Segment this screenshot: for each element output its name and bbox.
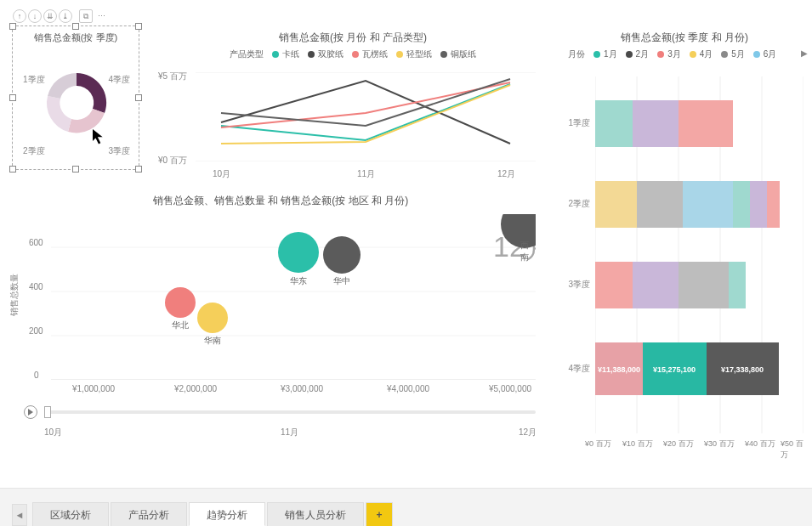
- bubble-point[interactable]: [165, 287, 196, 318]
- visual-toolbar: ↑ ↓ ⇊ ⤓ ⧉ ⋯: [13, 9, 108, 23]
- tab-trend[interactable]: 趋势分析: [189, 502, 265, 526]
- play-axis[interactable]: [24, 405, 542, 419]
- legend-item[interactable]: 1月: [593, 48, 617, 60]
- tab-region[interactable]: 区域分析: [32, 502, 109, 526]
- y-tick: ¥0 百万: [158, 155, 187, 167]
- resize-handle[interactable]: [72, 23, 79, 30]
- donut-slice-q1[interactable]: [48, 73, 77, 99]
- x-tick: ¥2,000,000: [174, 384, 217, 393]
- resize-handle[interactable]: [135, 94, 142, 101]
- legend-scroll-icon[interactable]: ▶: [801, 48, 808, 60]
- donut-label-q3: 3季度: [108, 145, 130, 157]
- timeline-tick: 12月: [519, 427, 537, 438]
- y-tick: ¥5 百万: [158, 71, 187, 82]
- timeline-tick: 11月: [281, 427, 298, 438]
- play-button[interactable]: [24, 405, 37, 419]
- resize-handle[interactable]: [9, 23, 16, 30]
- x-tick: ¥5,000,000: [489, 384, 531, 393]
- x-tick: ¥20 百万: [663, 438, 694, 450]
- svg-rect-14: [679, 100, 733, 147]
- more-options-icon[interactable]: ⋯: [94, 9, 108, 23]
- resize-handle[interactable]: [135, 166, 142, 173]
- svg-rect-13: [633, 100, 679, 147]
- svg-rect-16: [637, 181, 683, 228]
- x-tick: ¥50 百万: [781, 438, 808, 461]
- legend-item[interactable]: 5月: [721, 48, 745, 60]
- bar-row-3[interactable]: [595, 262, 746, 308]
- legend-item[interactable]: 轻型纸: [396, 48, 432, 60]
- x-tick: ¥4,000,000: [387, 384, 429, 393]
- x-tick: 11月: [357, 168, 375, 180]
- line-series[interactable]: [221, 82, 510, 127]
- play-thumb[interactable]: [44, 406, 51, 418]
- bar-row-2[interactable]: [595, 181, 780, 228]
- legend-item[interactable]: 铜版纸: [440, 48, 476, 60]
- report-canvas[interactable]: ↑ ↓ ⇊ ⤓ ⧉ ⋯ 销售总金额(按 季度) 1季度 4季度 2季: [0, 0, 812, 488]
- donut-visual[interactable]: ↑ ↓ ⇊ ⤓ ⧉ ⋯ 销售总金额(按 季度) 1季度 4季度 2季: [12, 25, 139, 170]
- legend-item[interactable]: 6月: [753, 48, 777, 60]
- legend-item[interactable]: 2月: [626, 48, 650, 60]
- resize-handle[interactable]: [9, 94, 16, 101]
- donut-title: 销售总金额(按 季度): [13, 31, 139, 44]
- svg-rect-24: [729, 262, 746, 308]
- resize-handle[interactable]: [135, 23, 142, 30]
- donut-label-q2: 2季度: [23, 145, 45, 157]
- y-tick: 0: [34, 370, 39, 380]
- x-tick: ¥1,000,000: [72, 384, 115, 393]
- bubble-point[interactable]: [323, 236, 361, 274]
- line-plot[interactable]: [196, 72, 536, 161]
- resize-handle[interactable]: [9, 166, 16, 173]
- donut-slice-q4[interactable]: [77, 73, 106, 113]
- legend-item[interactable]: 瓦楞纸: [352, 48, 388, 60]
- bubble-label: 华中: [333, 275, 350, 287]
- drill-down-icon[interactable]: ↓: [28, 9, 42, 23]
- line-title: 销售总金额(按 月份 和 产品类型): [153, 31, 553, 45]
- drill-up-icon[interactable]: ↑: [13, 9, 26, 23]
- donut-chart[interactable]: [13, 48, 140, 150]
- donut-label-q1: 1季度: [23, 74, 45, 86]
- expand-next-icon[interactable]: ⇊: [43, 9, 57, 23]
- tab-add[interactable]: +: [366, 502, 393, 526]
- focus-mode-icon[interactable]: ⧉: [79, 9, 93, 23]
- line-visual[interactable]: 销售总金额(按 月份 和 产品类型) 产品类型 卡纸 双胶纸 瓦楞纸 轻型纸 铜…: [153, 25, 553, 187]
- bubble-label: 华东: [290, 275, 307, 287]
- svg-rect-21: [595, 262, 633, 308]
- bubble-visual[interactable]: 销售总金额、销售总数量 和 销售总金额(按 地区 和 月份) 销售总数量 0 2…: [9, 189, 553, 465]
- donut-slice-q2[interactable]: [47, 96, 71, 132]
- cursor-icon: [93, 129, 105, 144]
- play-track[interactable]: [44, 410, 536, 414]
- legend-item[interactable]: 3月: [657, 48, 681, 60]
- legend-item[interactable]: 卡纸: [272, 48, 299, 60]
- svg-rect-23: [679, 262, 729, 308]
- x-tick: ¥30 百万: [704, 438, 735, 450]
- x-tick: ¥40 百万: [745, 438, 775, 450]
- bubble-title: 销售总金额、销售总数量 和 销售总金额(按 地区 和 月份): [9, 194, 553, 208]
- bar-value: ¥11,388,000: [598, 365, 640, 374]
- bar-row-4[interactable]: ¥11,388,000 ¥15,275,100 ¥17,338,800: [595, 342, 779, 395]
- legend-title: 产品类型: [230, 48, 264, 60]
- bar-row-1[interactable]: [595, 100, 733, 147]
- bar-row-label: 1季度: [565, 117, 590, 129]
- bubble-label: 西南: [520, 240, 531, 263]
- svg-rect-17: [683, 181, 733, 228]
- resize-handle[interactable]: [72, 166, 79, 173]
- tab-scroll-left[interactable]: ◄: [12, 504, 27, 526]
- stacked-plot[interactable]: ¥11,388,000 ¥15,275,100 ¥17,338,800: [595, 76, 803, 433]
- tab-product[interactable]: 产品分析: [111, 502, 187, 526]
- x-tick: ¥0 百万: [585, 438, 611, 450]
- bubble-ylabel: 销售总数量: [9, 274, 20, 316]
- bubble-point[interactable]: [197, 303, 228, 333]
- stacked-visual[interactable]: 销售总金额(按 季度 和 月份) 月份 1月 2月 3月 4月 5月 6月 ▶: [561, 25, 808, 467]
- line-legend: 产品类型 卡纸 双胶纸 瓦楞纸 轻型纸 铜版纸: [153, 48, 553, 60]
- bubble-plot[interactable]: 12月 华北 华南 华东 华中 西南: [51, 214, 536, 380]
- drill-through-icon[interactable]: ⤓: [59, 9, 72, 23]
- legend-item[interactable]: 双胶纸: [308, 48, 344, 60]
- stacked-title: 销售总金额(按 季度 和 月份): [561, 31, 808, 45]
- bar-value: ¥17,338,800: [721, 365, 764, 374]
- svg-rect-15: [595, 181, 637, 228]
- bubble-point[interactable]: [278, 232, 319, 273]
- bar-value: ¥15,275,100: [653, 365, 696, 374]
- legend-item[interactable]: 4月: [690, 48, 713, 60]
- tab-sales[interactable]: 销售人员分析: [267, 502, 364, 526]
- bubble-label: 华南: [204, 335, 221, 347]
